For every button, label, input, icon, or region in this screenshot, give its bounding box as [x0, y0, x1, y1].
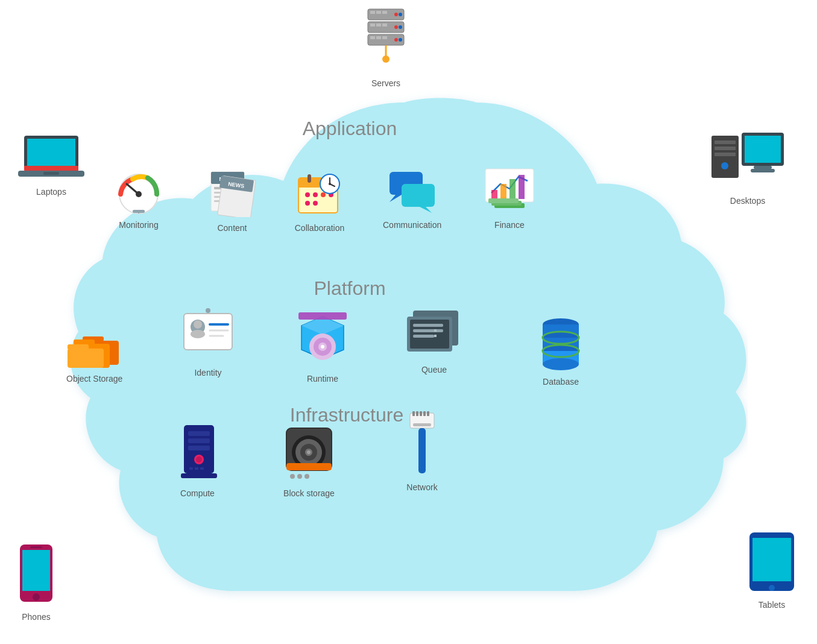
monitoring-icon: [112, 169, 166, 216]
svg-rect-105: [188, 438, 210, 443]
svg-rect-60: [509, 179, 516, 199]
svg-point-22: [382, 55, 390, 63]
svg-point-13: [399, 25, 402, 29]
svg-rect-16: [370, 36, 375, 39]
svg-point-123: [304, 474, 309, 479]
monitoring-label: Monitoring: [119, 220, 158, 230]
svg-point-20: [399, 38, 402, 42]
laptops-icon: [18, 133, 84, 183]
svg-rect-81: [298, 312, 347, 320]
svg-rect-9: [370, 24, 375, 27]
svg-rect-133: [27, 139, 75, 168]
svg-rect-138: [714, 140, 736, 144]
svg-marker-54: [390, 195, 402, 202]
svg-rect-136: [24, 166, 78, 171]
svg-point-25: [136, 191, 142, 197]
servers-icon: [362, 6, 410, 75]
svg-point-119: [307, 450, 311, 454]
svg-point-108: [196, 456, 202, 462]
object-storage-item: Object Storage: [66, 320, 122, 384]
communication-icon: [386, 169, 438, 216]
svg-rect-55: [402, 184, 435, 207]
svg-rect-61: [519, 175, 525, 199]
communication-label: Communication: [383, 220, 441, 230]
network-label: Network: [406, 482, 437, 492]
svg-rect-106: [188, 446, 210, 450]
svg-rect-68: [74, 339, 95, 345]
network-icon: [404, 410, 440, 479]
block-storage-item: Block storage: [283, 422, 335, 498]
tablets-label: Tablets: [759, 600, 785, 610]
svg-rect-18: [382, 36, 387, 39]
laptops-item: Laptops: [18, 133, 84, 197]
svg-point-122: [297, 474, 302, 479]
svg-rect-3: [376, 11, 381, 14]
block-storage-icon: [283, 422, 335, 485]
application-title: Application: [259, 118, 440, 140]
svg-rect-127: [420, 411, 422, 416]
svg-rect-143: [745, 136, 781, 163]
finance-label: Finance: [494, 220, 525, 230]
svg-rect-131: [418, 428, 426, 473]
svg-rect-70: [68, 344, 89, 350]
svg-point-6: [399, 13, 402, 16]
queue-item: Queue: [404, 308, 464, 374]
svg-marker-56: [420, 207, 432, 213]
svg-rect-64: [488, 198, 519, 203]
svg-rect-110: [195, 467, 198, 470]
svg-rect-140: [714, 153, 736, 156]
svg-rect-109: [189, 467, 193, 470]
collaboration-label: Collaboration: [295, 223, 345, 233]
svg-rect-130: [413, 423, 431, 426]
runtime-label: Runtime: [307, 374, 338, 384]
svg-point-148: [33, 593, 40, 601]
svg-rect-58: [491, 190, 497, 199]
communication-item: Communication: [383, 169, 441, 230]
svg-rect-145: [751, 169, 775, 172]
tablets-icon: [748, 531, 796, 596]
platform-title: Platform: [259, 277, 440, 300]
svg-point-72: [206, 308, 210, 313]
desktops-label: Desktops: [730, 196, 765, 206]
svg-point-47: [305, 201, 310, 206]
svg-point-12: [394, 25, 398, 29]
svg-rect-111: [200, 467, 204, 470]
queue-label: Queue: [421, 365, 447, 374]
svg-rect-120: [286, 463, 332, 470]
desktops-icon: [708, 130, 787, 192]
content-label: Content: [217, 223, 247, 233]
svg-rect-11: [382, 24, 387, 27]
svg-rect-139: [714, 147, 736, 150]
svg-rect-92: [434, 329, 437, 332]
phones-icon: [18, 543, 54, 608]
queue-icon: [404, 308, 464, 361]
svg-point-121: [290, 474, 295, 479]
phones-label: Phones: [22, 612, 50, 622]
svg-rect-69: [68, 349, 104, 368]
svg-rect-135: [43, 172, 59, 175]
finance-icon: [482, 166, 537, 216]
svg-rect-125: [412, 411, 415, 416]
runtime-icon: [295, 308, 350, 370]
identity-icon: [181, 308, 235, 364]
svg-rect-149: [30, 546, 42, 548]
svg-rect-112: [181, 473, 217, 478]
object-storage-label: Object Storage: [66, 374, 122, 384]
compute-label: Compute: [180, 488, 215, 498]
svg-rect-89: [413, 324, 443, 327]
database-icon: [537, 314, 585, 373]
svg-rect-144: [754, 166, 772, 169]
svg-rect-104: [188, 431, 210, 436]
svg-rect-10: [376, 24, 381, 27]
svg-point-43: [305, 192, 310, 197]
svg-rect-91: [413, 335, 434, 338]
phones-item: Phones: [18, 543, 54, 622]
svg-rect-90: [413, 329, 443, 332]
tablets-item: Tablets: [748, 531, 796, 610]
svg-point-44: [313, 192, 318, 197]
monitoring-item: Monitoring: [112, 169, 166, 230]
servers-item: Servers: [362, 6, 410, 88]
svg-point-48: [313, 201, 318, 206]
svg-point-141: [721, 162, 728, 169]
svg-point-85: [321, 345, 324, 349]
